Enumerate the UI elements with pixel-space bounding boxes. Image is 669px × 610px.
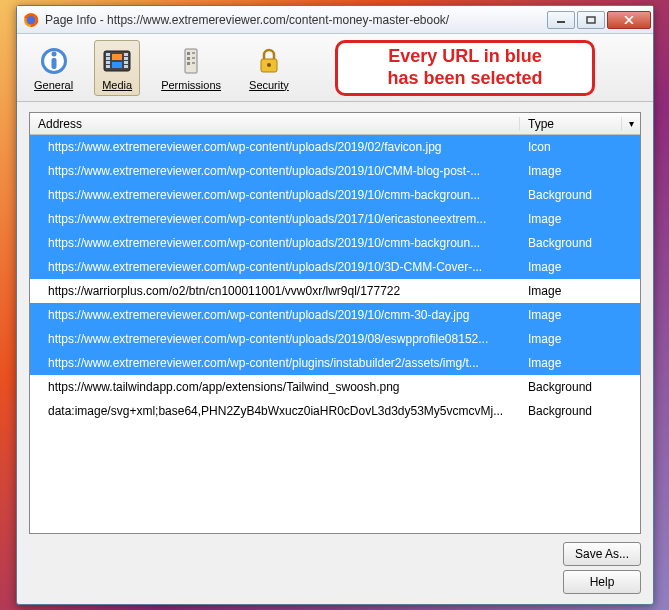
cell-address: data:image/svg+xml;base64,PHN2ZyB4bWxucz… [30, 404, 520, 418]
cell-address: https://www.extremereviewer.com/wp-conte… [30, 236, 520, 250]
svg-rect-17 [124, 65, 128, 68]
toolbar: General Media Permissions Security Every… [17, 34, 653, 102]
svg-rect-21 [187, 52, 190, 55]
cell-address: https://www.extremereviewer.com/wp-conte… [30, 188, 520, 202]
svg-rect-14 [124, 53, 128, 56]
svg-point-25 [267, 63, 271, 67]
tab-general[interactable]: General [27, 40, 80, 96]
cell-address: https://www.extremereviewer.com/wp-conte… [30, 308, 520, 322]
annotation-callout: Every URL in blue has been selected [335, 40, 595, 96]
table-row[interactable]: https://www.extremereviewer.com/wp-conte… [30, 183, 640, 207]
media-list: Address Type ▾ https://www.extremereview… [29, 112, 641, 534]
cell-type: Image [520, 284, 640, 298]
cell-type: Background [520, 188, 640, 202]
table-row[interactable]: https://warriorplus.com/o2/btn/cn1000110… [30, 279, 640, 303]
cell-type: Background [520, 236, 640, 250]
table-row[interactable]: https://www.tailwindapp.com/app/extensio… [30, 375, 640, 399]
cell-address: https://www.extremereviewer.com/wp-conte… [30, 332, 520, 346]
svg-rect-16 [124, 61, 128, 64]
table-row[interactable]: data:image/svg+xml;base64,PHN2ZyB4bWxucz… [30, 399, 640, 423]
cell-type: Background [520, 380, 640, 394]
cell-type: Image [520, 356, 640, 370]
svg-rect-10 [106, 53, 110, 56]
cell-address: https://www.extremereviewer.com/wp-conte… [30, 212, 520, 226]
list-body[interactable]: https://www.extremereviewer.com/wp-conte… [30, 135, 640, 533]
svg-rect-3 [587, 17, 595, 23]
permissions-icon [175, 45, 207, 77]
column-picker-icon[interactable]: ▾ [622, 118, 640, 129]
table-row[interactable]: https://www.extremereviewer.com/wp-conte… [30, 231, 640, 255]
cell-type: Image [520, 260, 640, 274]
tab-permissions[interactable]: Permissions [154, 40, 228, 96]
cell-address: https://www.extremereviewer.com/wp-conte… [30, 140, 520, 154]
content-area: Address Type ▾ https://www.extremereview… [17, 102, 653, 604]
svg-rect-15 [124, 57, 128, 60]
table-row[interactable]: https://www.extremereviewer.com/wp-conte… [30, 303, 640, 327]
cell-type: Background [520, 404, 640, 418]
minimize-button[interactable] [547, 11, 575, 29]
svg-rect-11 [106, 57, 110, 60]
column-address[interactable]: Address [30, 117, 520, 131]
firefox-icon [23, 12, 39, 28]
svg-rect-7 [51, 58, 56, 69]
table-row[interactable]: https://www.extremereviewer.com/wp-conte… [30, 159, 640, 183]
svg-rect-22 [187, 57, 190, 60]
save-as-button[interactable]: Save As... [563, 542, 641, 566]
maximize-button[interactable] [577, 11, 605, 29]
table-row[interactable]: https://www.extremereviewer.com/wp-conte… [30, 255, 640, 279]
svg-rect-19 [112, 62, 122, 68]
svg-rect-2 [557, 21, 565, 23]
table-row[interactable]: https://www.extremereviewer.com/wp-conte… [30, 207, 640, 231]
svg-rect-13 [106, 65, 110, 68]
svg-point-6 [51, 51, 56, 56]
cell-address: https://www.extremereviewer.com/wp-conte… [30, 164, 520, 178]
svg-rect-23 [187, 62, 190, 65]
table-row[interactable]: https://www.extremereviewer.com/wp-conte… [30, 351, 640, 375]
svg-rect-12 [106, 61, 110, 64]
window-title: Page Info - https://www.extremereviewer.… [45, 13, 547, 27]
info-icon [38, 45, 70, 77]
list-header: Address Type ▾ [30, 113, 640, 135]
titlebar: Page Info - https://www.extremereviewer.… [17, 6, 653, 34]
table-row[interactable]: https://www.extremereviewer.com/wp-conte… [30, 327, 640, 351]
cell-type: Icon [520, 140, 640, 154]
column-type[interactable]: Type [520, 117, 622, 131]
cell-address: https://www.tailwindapp.com/app/extensio… [30, 380, 520, 394]
cell-type: Image [520, 332, 640, 346]
table-row[interactable]: https://www.extremereviewer.com/wp-conte… [30, 135, 640, 159]
media-icon [101, 45, 133, 77]
close-button[interactable] [607, 11, 651, 29]
lock-icon [253, 45, 285, 77]
tab-security[interactable]: Security [242, 40, 296, 96]
cell-type: Image [520, 308, 640, 322]
cell-address: https://warriorplus.com/o2/btn/cn1000110… [30, 284, 520, 298]
cell-address: https://www.extremereviewer.com/wp-conte… [30, 356, 520, 370]
svg-rect-18 [112, 54, 122, 60]
cell-type: Image [520, 164, 640, 178]
help-button[interactable]: Help [563, 570, 641, 594]
cell-address: https://www.extremereviewer.com/wp-conte… [30, 260, 520, 274]
cell-type: Image [520, 212, 640, 226]
svg-rect-20 [185, 49, 197, 73]
tab-media[interactable]: Media [94, 40, 140, 96]
page-info-window: Page Info - https://www.extremereviewer.… [16, 5, 654, 605]
